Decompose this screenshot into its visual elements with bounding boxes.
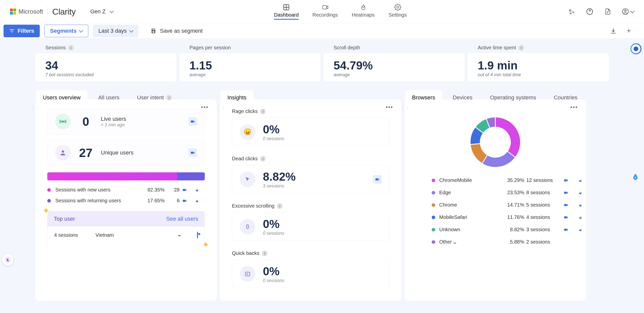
info-icon[interactable]: i [260,156,266,162]
browser-name: Other [439,239,495,245]
segments-button[interactable]: Segments [44,25,88,37]
video-icon [321,4,329,11]
card-menu[interactable] [201,106,208,108]
info-icon[interactable]: i [518,45,524,51]
toolbar-right [609,27,640,35]
insight-card[interactable]: 0% 0 sessions [232,260,389,288]
nav-settings[interactable]: Settings [388,4,407,20]
legend-dot [47,188,51,192]
tab-devices[interactable]: Devices [446,90,479,106]
live-users-row[interactable]: 0 Live users < 1 min ago [47,108,205,135]
recording-icon[interactable] [373,175,382,184]
nav-label: Settings [388,12,407,18]
id-card-icon[interactable] [197,232,198,238]
share-icon[interactable] [568,8,576,16]
donut-chart [417,104,574,177]
copilot-float-icon[interactable] [2,254,14,266]
user-icon [55,145,71,161]
info-icon[interactable]: i [260,109,266,114]
browser-sessions: 8 sessions [526,190,561,195]
nav-recordings[interactable]: Recordings [312,4,338,20]
recording-icon[interactable] [188,117,197,126]
metric-label: Pages per session [179,45,320,51]
browser-sessions: 2 sessions [526,239,561,245]
recording-icon[interactable] [564,203,576,208]
browser-pct: 11.76% [497,214,524,220]
flame-icon[interactable] [578,215,591,220]
toolbar: Filters Segments Last 3 days Save as seg… [0,23,644,38]
top-user-row[interactable]: 4 sessions Vietnam ✦ [47,227,205,244]
see-all-users-link[interactable]: See all users [166,216,198,222]
insight-card[interactable]: 😠 0% 0 sessions [232,118,389,146]
flame-icon[interactable] [195,199,205,203]
ms-text: Microsoft [19,8,43,15]
browser-name: Chrome [439,202,495,208]
tab-insights[interactable]: Insights [220,90,254,106]
browser-row: Other 5.88% 2 sessions [432,239,564,245]
svg-rect-18 [564,191,567,193]
user-menu[interactable] [622,8,634,15]
copilot-rail-icon[interactable] [630,43,642,55]
donut-svg [468,114,523,170]
insight-scroll: Excessive scrollingi 0% 0 sessions [232,203,389,241]
legend-dot [432,216,435,219]
flame-icon[interactable] [578,190,591,195]
insight-card[interactable]: 8.82% 3 sessions [232,165,389,193]
metric-card[interactable]: 1.15 average [179,53,320,82]
metric-card[interactable]: 54.79% average [324,53,465,82]
svg-rect-13 [183,200,185,202]
info-icon[interactable]: i [262,251,267,256]
tab-countries[interactable]: Countries [547,90,584,106]
recording-icon[interactable] [182,187,192,192]
insight-card[interactable]: 0% 0 sessions [232,212,389,241]
metric-value: 1.15 [189,59,310,72]
recording-icon[interactable] [564,227,576,232]
flame-icon[interactable] [578,203,591,207]
flame-icon [359,4,367,11]
nav-heatmaps[interactable]: Heatmaps [352,4,375,20]
tab-all-users[interactable]: All users [91,90,126,106]
recording-icon[interactable] [182,198,192,203]
legend-returning-users: Sessions with returning users 17.65% 6 [47,198,205,204]
unique-users-row[interactable]: 27 Unique users [47,140,205,166]
recording-icon[interactable] [188,148,197,157]
filter-icon [9,28,15,34]
metric-card[interactable]: 34 7 bot sessions excluded [35,53,176,82]
metric-card[interactable]: 1.9 min out of 4 min total time [468,53,609,82]
back-icon [240,266,255,282]
metric-sub: average [189,72,310,77]
users-overview-card: ⋮⋮ Users overview All users User intenti… [35,99,217,301]
nav-dashboard[interactable]: Dashboard [274,4,299,20]
tab-users-overview[interactable]: Users overview [36,90,88,106]
copilot-icon[interactable] [625,27,633,35]
save-segment-button[interactable]: Save as segment [150,28,203,34]
svg-rect-11 [191,152,193,154]
browser-name: Unknown [439,227,495,232]
info-icon[interactable]: i [166,95,172,100]
tab-os[interactable]: Operating systems [483,90,543,106]
download-icon[interactable] [609,27,617,35]
flame-icon[interactable] [195,188,205,192]
date-range-button[interactable]: Last 3 days [93,25,138,37]
filters-button[interactable]: Filters [4,25,40,37]
sparkle-icon: ✦ [202,240,210,250]
tab-user-intent[interactable]: User intenti [130,90,179,106]
chevron-down-icon[interactable] [453,241,456,244]
help-icon[interactable] [586,8,594,16]
flame-icon[interactable] [578,178,591,183]
flame-icon[interactable] [578,227,591,232]
info-icon[interactable]: i [277,203,283,209]
card-menu[interactable] [571,106,577,108]
card-menu[interactable] [386,106,392,108]
document-icon[interactable] [604,8,612,16]
project-selector[interactable]: Gen Z [90,8,113,15]
legend-dot [47,199,51,203]
tab-browsers[interactable]: Browsers [405,90,442,106]
recording-icon[interactable] [564,190,576,195]
info-icon[interactable]: i [68,45,74,51]
recording-icon[interactable] [564,215,576,220]
recording-icon[interactable] [564,178,576,183]
browser-name: Edge [439,190,495,195]
metric-label: Scroll depth [324,45,465,51]
water-drop-icon[interactable] [629,171,641,183]
